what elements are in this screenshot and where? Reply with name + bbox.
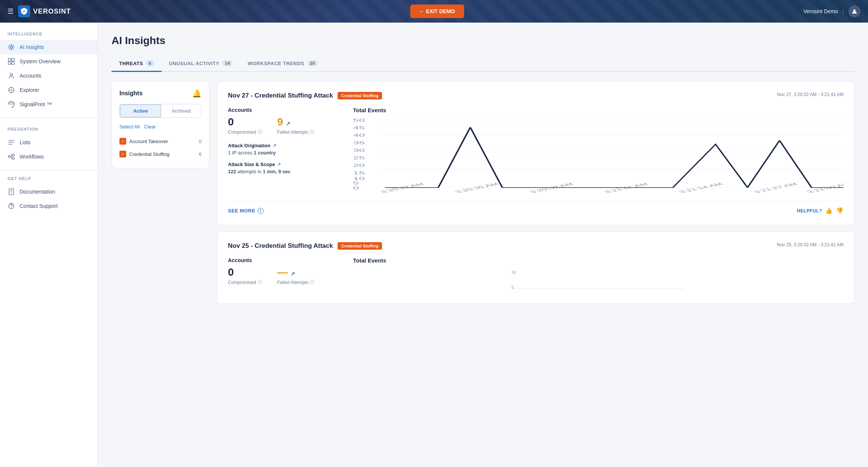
sidebar-item-system-overview[interactable]: System Overview bbox=[0, 54, 98, 69]
see-more-info-icon: i bbox=[258, 208, 264, 214]
card-time-1: Nov 27, 3:20:32 AM - 3:21:41 AM bbox=[777, 92, 844, 97]
system-overview-icon bbox=[8, 58, 15, 65]
tab-workspace-label: WORKSPACE TRENDS bbox=[248, 61, 304, 66]
checkbox-account-takeover[interactable]: ✓ Account Takeover 0 bbox=[119, 135, 202, 148]
documentation-icon bbox=[8, 188, 15, 195]
sidebar-item-lists[interactable]: Lists bbox=[0, 135, 98, 150]
contact-support-icon bbox=[8, 203, 15, 209]
stat-row-1: 0 Compromised ⓘ 9 bbox=[228, 116, 341, 135]
sidebar-divider-1 bbox=[0, 118, 98, 118]
compromised-info-icon-2[interactable]: ⓘ bbox=[258, 279, 262, 285]
insights-panel: Insights 🔔 Active Archived Select All Cl… bbox=[112, 81, 209, 168]
svg-text:30: 30 bbox=[353, 148, 365, 153]
explorer-label: Explorer bbox=[20, 87, 39, 93]
thumbs-down-button-1[interactable]: 👎 bbox=[836, 207, 844, 214]
system-overview-label: System Overview bbox=[20, 58, 61, 64]
failed-label-2: Failed Attempts ⓘ bbox=[277, 279, 315, 285]
chart-svg-2: 50 0 bbox=[353, 268, 844, 291]
svg-text:0: 0 bbox=[353, 186, 359, 190]
tab-workspace-trends[interactable]: WORKSPACE TRENDS 20 bbox=[240, 56, 325, 72]
card-header-2: Nov 25 - Credential Stuffing Attack Cred… bbox=[228, 242, 844, 250]
sidebar-item-explorer[interactable]: Explorer bbox=[0, 83, 98, 97]
svg-point-6 bbox=[10, 73, 12, 76]
ai-insights-label: AI Insights bbox=[20, 44, 44, 50]
compromised-info-icon[interactable]: ⓘ bbox=[258, 129, 262, 135]
documentation-label: Documentation bbox=[20, 189, 55, 195]
content-area: AI Insights THREATS 6 UNUSUAL ACTIVITY 1… bbox=[98, 23, 868, 467]
topnav: ☰ VEROSINT ← EXIT DEMO Verosint Demo | bbox=[0, 0, 868, 23]
accounts-stat-section-2: Accounts 0 Compromised ⓘ bbox=[228, 257, 341, 285]
hamburger-icon[interactable]: ☰ bbox=[8, 7, 14, 15]
tab-threats-badge: 6 bbox=[146, 60, 154, 66]
svg-text:45: 45 bbox=[353, 126, 365, 130]
attack-size-label: Attack Size & Scope ↗ bbox=[228, 162, 341, 167]
svg-rect-2 bbox=[8, 58, 11, 61]
compromised-value-2: 0 bbox=[228, 266, 262, 278]
user-avatar[interactable] bbox=[848, 5, 860, 17]
card-title-row-1: Nov 27 - Credential Stuffing Attack Cred… bbox=[228, 92, 382, 99]
sidebar-divider-2 bbox=[0, 170, 98, 170]
tab-unusual-activity[interactable]: UNUSUAL ACTIVITY 14 bbox=[162, 56, 240, 72]
sidebar-item-documentation[interactable]: Documentation bbox=[0, 185, 98, 199]
checkbox-count-2: 6 bbox=[199, 151, 202, 157]
toggle-group: Active Archived bbox=[119, 104, 202, 118]
chart-container-1: 50 45 40 35 30 25 20 15 10 bbox=[353, 118, 844, 193]
card-right-1: Total Events 50 45 40 35 30 bbox=[353, 107, 844, 193]
card-time-2: Nov 25, 3:20:32 AM - 3:21:41 AM bbox=[777, 242, 844, 247]
sidebar: INTELLIGENCE AI Insights System Overview bbox=[0, 23, 98, 467]
two-col-layout: Insights 🔔 Active Archived Select All Cl… bbox=[112, 81, 854, 310]
helpful-section-1: HELPFUL? 👍 👎 bbox=[797, 207, 844, 214]
see-more-button-1[interactable]: SEE MORE i bbox=[228, 208, 264, 214]
select-all-link[interactable]: Select All bbox=[119, 124, 139, 130]
failed-label: Failed Attempts ⓘ bbox=[277, 129, 315, 135]
insight-card-1: Nov 27 - Credential Stuffing Attack Cred… bbox=[217, 81, 854, 225]
accounts-icon bbox=[8, 72, 15, 79]
workflows-label: Workflows bbox=[20, 154, 44, 160]
attack-origination-label: Attack Origination ↗ bbox=[228, 143, 341, 148]
compromised-value: 0 bbox=[228, 116, 262, 128]
failed-ext-link-icon[interactable]: ↗ bbox=[286, 121, 290, 127]
sidebar-item-workflows[interactable]: Workflows bbox=[0, 150, 98, 164]
bell-icon[interactable]: 🔔 bbox=[192, 89, 202, 98]
attack-origination-value: 1 IP across 1 country bbox=[228, 150, 341, 156]
card-title-row-2: Nov 25 - Credential Stuffing Attack Cred… bbox=[228, 242, 382, 250]
checkbox-credential-stuffing[interactable]: ✓ Credential Stuffing 6 bbox=[119, 148, 202, 160]
filter-actions: Select All Clear bbox=[119, 124, 202, 130]
clear-link[interactable]: Clear bbox=[144, 124, 156, 130]
failed-ext-link-icon-2[interactable]: ↗ bbox=[290, 271, 295, 277]
exit-demo-button[interactable]: ← EXIT DEMO bbox=[410, 5, 464, 18]
logo-text: VEROSINT bbox=[33, 8, 71, 15]
failed-value-2: — ↗ bbox=[277, 266, 315, 278]
svg-text:40: 40 bbox=[353, 133, 365, 137]
sidebar-item-ai-insights[interactable]: AI Insights bbox=[0, 40, 98, 54]
get-help-section-label: GET HELP bbox=[0, 176, 98, 185]
signalprint-label: SignalPrint ™ bbox=[20, 101, 52, 107]
insights-title: Insights bbox=[119, 90, 142, 97]
checkbox-icon-2: ✓ bbox=[119, 151, 126, 157]
attack-origination-ext-icon[interactable]: ↗ bbox=[273, 143, 276, 148]
helpful-label-1: HELPFUL? bbox=[797, 208, 822, 214]
attack-size-value: 122 attempts in 1 min, 9 sec bbox=[228, 169, 341, 174]
sidebar-item-signalprint[interactable]: SignalPrint ™ bbox=[0, 97, 98, 111]
card-body-1: Accounts 0 Compromised ⓘ bbox=[228, 107, 844, 193]
lists-label: Lists bbox=[20, 139, 31, 145]
card-left-1: Accounts 0 Compromised ⓘ bbox=[228, 107, 341, 193]
svg-point-1 bbox=[10, 46, 12, 48]
toggle-archived-button[interactable]: Archived bbox=[161, 104, 201, 118]
thumbs-up-button-1[interactable]: 👍 bbox=[825, 207, 833, 214]
checkbox-left-2: ✓ Credential Stuffing bbox=[119, 151, 170, 157]
failed-info-icon-2[interactable]: ⓘ bbox=[310, 279, 314, 285]
attack-size-ext-icon[interactable]: ↗ bbox=[277, 162, 281, 167]
failed-info-icon[interactable]: ⓘ bbox=[310, 129, 314, 135]
topnav-right: Verosint Demo | bbox=[804, 5, 860, 17]
card-body-2: Accounts 0 Compromised ⓘ bbox=[228, 257, 844, 293]
tabs-row: THREATS 6 UNUSUAL ACTIVITY 14 WORKSPACE … bbox=[112, 56, 854, 72]
checkbox-count-1: 0 bbox=[199, 139, 202, 144]
sidebar-item-accounts[interactable]: Accounts bbox=[0, 69, 98, 83]
toggle-active-button[interactable]: Active bbox=[120, 104, 161, 118]
credential-badge-2: Credential Stuffing bbox=[338, 242, 382, 250]
sidebar-item-contact-support[interactable]: Contact Support bbox=[0, 199, 98, 213]
tab-threats[interactable]: THREATS 6 bbox=[112, 56, 162, 72]
svg-rect-3 bbox=[12, 58, 14, 61]
logo: VEROSINT bbox=[18, 5, 71, 17]
